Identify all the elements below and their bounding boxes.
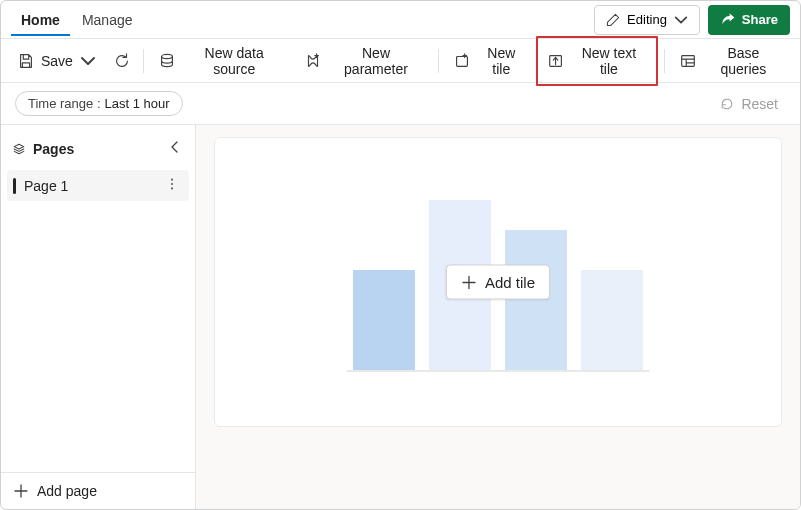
collapse-sidebar-button[interactable] — [163, 135, 187, 162]
share-button[interactable]: Share — [708, 5, 790, 35]
page-item[interactable]: Page 1 — [7, 170, 189, 201]
dashboard-card: Add tile — [214, 137, 782, 427]
undo-icon — [719, 96, 735, 112]
plus-icon — [461, 274, 477, 290]
toolbar-separator — [438, 49, 439, 73]
base-queries-label: Base queries — [703, 45, 784, 77]
svg-rect-1 — [456, 56, 467, 66]
save-button[interactable]: Save — [9, 47, 105, 75]
pages-icon — [11, 141, 27, 157]
new-parameter-button[interactable]: New parameter — [296, 40, 431, 82]
toolbar-separator — [664, 49, 665, 73]
more-vertical-icon — [165, 177, 179, 191]
new-tile-button[interactable]: New tile — [445, 40, 534, 82]
share-label: Share — [742, 12, 778, 27]
text-tile-icon — [547, 52, 565, 70]
pencil-icon — [605, 12, 621, 28]
tab-home[interactable]: Home — [11, 4, 70, 36]
new-text-tile-label: New text tile — [571, 45, 647, 77]
app-root: Home Manage Editing Share Save — [0, 0, 801, 510]
base-queries-button[interactable]: Base queries — [671, 40, 792, 82]
refresh-icon — [113, 52, 131, 70]
canvas-area: Add tile — [196, 125, 800, 509]
add-page-button[interactable]: Add page — [1, 472, 195, 509]
chart-bar — [505, 230, 567, 370]
sidebar-title: Pages — [33, 141, 74, 157]
page-list: Page 1 — [1, 170, 195, 201]
time-range-value: Last 1 hour — [105, 96, 170, 111]
svg-point-5 — [171, 183, 173, 185]
sidebar-header: Pages — [1, 125, 195, 170]
save-icon — [17, 52, 35, 70]
ribbon-tabs: Home Manage — [11, 4, 143, 36]
chart-bar — [581, 270, 643, 370]
time-range-label: Time range : — [28, 96, 101, 111]
svg-point-0 — [162, 54, 173, 58]
highlight-new-text-tile: New text tile — [536, 36, 658, 86]
chevron-down-icon — [79, 52, 97, 70]
time-range-pill[interactable]: Time range : Last 1 hour — [15, 91, 183, 116]
add-page-label: Add page — [37, 483, 97, 499]
queries-icon — [679, 52, 697, 70]
top-bar: Home Manage Editing Share — [1, 1, 800, 39]
page-item-label: Page 1 — [24, 178, 68, 194]
body: Pages Page 1 Add page — [1, 125, 800, 509]
filter-bar: Time range : Last 1 hour Reset — [1, 83, 800, 125]
pages-sidebar: Pages Page 1 Add page — [1, 125, 196, 509]
chevron-left-icon — [167, 139, 183, 155]
editing-mode-button[interactable]: Editing — [594, 5, 700, 35]
database-icon — [158, 52, 176, 70]
add-tile-button[interactable]: Add tile — [446, 265, 550, 300]
chevron-down-icon — [673, 12, 689, 28]
share-icon — [720, 12, 736, 28]
new-data-source-label: New data source — [182, 45, 286, 77]
reset-button[interactable]: Reset — [711, 92, 786, 116]
tab-manage[interactable]: Manage — [72, 4, 143, 36]
parameter-icon — [304, 52, 322, 70]
add-tile-label: Add tile — [485, 274, 535, 291]
reset-label: Reset — [741, 96, 778, 112]
chart-bar — [353, 270, 415, 370]
new-parameter-label: New parameter — [328, 45, 423, 77]
page-item-more-button[interactable] — [163, 177, 181, 194]
svg-rect-3 — [681, 55, 694, 66]
toolbar: Save New data source New parameter — [1, 39, 800, 83]
toolbar-separator — [143, 49, 144, 73]
save-label: Save — [41, 53, 73, 69]
new-text-tile-button[interactable]: New text tile — [539, 40, 655, 82]
svg-point-4 — [171, 179, 173, 181]
plus-icon — [13, 483, 29, 499]
tile-icon — [453, 52, 471, 70]
editing-label: Editing — [627, 12, 667, 27]
new-data-source-button[interactable]: New data source — [150, 40, 294, 82]
svg-point-6 — [171, 187, 173, 189]
new-tile-label: New tile — [477, 45, 526, 77]
refresh-button[interactable] — [107, 46, 137, 76]
